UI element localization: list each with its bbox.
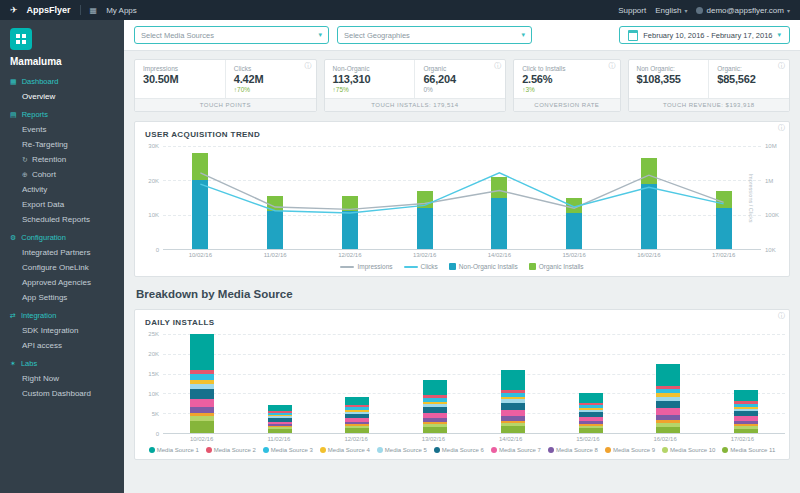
legend-item-media-source-3[interactable]: Media Source 3 xyxy=(263,447,313,453)
info-icon[interactable]: ⓘ xyxy=(778,311,785,321)
trend-chart: 30K20K10K0 10M1M100K10K Impressions / Cl… xyxy=(135,146,789,250)
sidebar-item-cohort[interactable]: ⊕Cohort xyxy=(0,167,124,182)
legend-item-organic-installs[interactable]: Organic Installs xyxy=(529,263,584,270)
bar-segment-media-source-6[interactable] xyxy=(190,389,214,399)
app-icon[interactable] xyxy=(10,28,32,50)
sidebar-item-right-now[interactable]: Right Now xyxy=(0,371,124,386)
my-apps-grid-icon: ▦ xyxy=(90,6,98,15)
bar-segment-media-source-11[interactable] xyxy=(268,429,292,433)
info-icon[interactable]: ⓘ xyxy=(494,61,501,71)
legend-item-impressions[interactable]: Impressions xyxy=(340,263,392,270)
sidebar-item-label: Scheduled Reports xyxy=(22,215,90,224)
bar-segment-media-source-7[interactable] xyxy=(656,408,680,415)
legend-swatch xyxy=(605,447,611,453)
x-axis-label: 11/02/16 xyxy=(238,252,313,258)
media-sources-select[interactable]: Select Media Sources ▾ xyxy=(134,26,329,44)
legend-swatch xyxy=(662,447,668,453)
y-axis-tick: 10K xyxy=(148,391,159,397)
info-icon[interactable]: ⓘ xyxy=(609,61,616,71)
legend-item-media-source-6[interactable]: Media Source 6 xyxy=(434,447,484,453)
sidebar-item-api-access[interactable]: API access xyxy=(0,338,124,353)
support-link[interactable]: Support xyxy=(618,6,646,15)
bar-segment-media-source-11[interactable] xyxy=(501,426,525,433)
info-icon[interactable]: ⓘ xyxy=(778,61,785,71)
filter-bar: Select Media Sources ▾ Select Geographie… xyxy=(124,20,800,51)
my-apps-link[interactable]: My Apps xyxy=(106,6,137,15)
bar-segment-media-source-11[interactable] xyxy=(190,421,214,433)
bar-segment-media-source-1[interactable] xyxy=(734,390,758,402)
kpi-metric-non-organic: Non Organic:$108,355 xyxy=(629,60,709,98)
sidebar-item-configure-onelink[interactable]: Configure OneLink xyxy=(0,260,124,275)
legend-item-media-source-9[interactable]: Media Source 9 xyxy=(605,447,655,453)
legend-item-clicks[interactable]: Clicks xyxy=(404,263,438,270)
info-icon[interactable]: ⓘ xyxy=(778,123,785,133)
sidebar-item-activity[interactable]: Activity xyxy=(0,182,124,197)
bar-segment-media-source-11[interactable] xyxy=(579,428,603,433)
sidebar-item-custom-dashboard[interactable]: Custom Dashboard xyxy=(0,386,124,401)
sidebar-section-reports[interactable]: ▤Reports xyxy=(0,104,124,122)
kpi-metric-change: ↑3% xyxy=(522,86,611,94)
bar-segment-media-source-1[interactable] xyxy=(501,370,525,390)
bar-segment-media-source-1[interactable] xyxy=(190,334,214,370)
legend-item-media-source-5[interactable]: Media Source 5 xyxy=(377,447,427,453)
x-axis-label: 10/02/16 xyxy=(163,436,240,442)
sidebar-item-app-settings[interactable]: App Settings xyxy=(0,290,124,305)
kpi-footer: TOUCH POINTS xyxy=(135,98,316,111)
legend-item-media-source-10[interactable]: Media Source 10 xyxy=(662,447,715,453)
app-name: Mamaluma xyxy=(10,56,114,67)
legend-item-media-source-7[interactable]: Media Source 7 xyxy=(491,447,541,453)
kpi-metric-clicks: Clicks4.42M↑70% xyxy=(225,60,316,98)
sidebar-item-sdk-integration[interactable]: SDK Integration xyxy=(0,323,124,338)
sidebar-section-integration[interactable]: ⇄Integration xyxy=(0,305,124,323)
sidebar-item-overview[interactable]: Overview xyxy=(0,89,124,104)
legend-item-non-organic-installs[interactable]: Non-Organic Installs xyxy=(449,263,518,270)
bar-segment-media-source-6[interactable] xyxy=(656,401,680,409)
bar-segment-media-source-11[interactable] xyxy=(734,429,758,433)
sidebar-item-approved-agencies[interactable]: Approved Agencies xyxy=(0,275,124,290)
bar-segment-media-source-7[interactable] xyxy=(190,399,214,407)
sidebar-item-scheduled-reports[interactable]: Scheduled Reports xyxy=(0,212,124,227)
legend-label: Media Source 3 xyxy=(271,447,313,453)
bar-segment-media-source-11[interactable] xyxy=(423,427,447,433)
sidebar-item-events[interactable]: Events xyxy=(0,122,124,137)
stacked-bar xyxy=(345,334,369,433)
bar-segment-media-source-11[interactable] xyxy=(656,427,680,433)
legend-item-media-source-8[interactable]: Media Source 8 xyxy=(548,447,598,453)
brand-name[interactable]: AppsFlyer xyxy=(27,5,71,15)
chevron-down-icon: ▾ xyxy=(787,7,790,14)
y-axis-tick: 10K xyxy=(765,247,776,253)
y-axis-tick: 5K xyxy=(152,411,159,417)
bar-segment-media-source-1[interactable] xyxy=(579,393,603,403)
language-menu[interactable]: English ▾ xyxy=(655,6,687,15)
legend-item-media-source-11[interactable]: Media Source 11 xyxy=(722,447,775,453)
info-icon[interactable]: ⓘ xyxy=(305,61,312,71)
sidebar-section-configuration[interactable]: ⚙Configuration xyxy=(0,227,124,245)
bar-segment-media-source-1[interactable] xyxy=(423,380,447,396)
bar-segment-media-source-6[interactable] xyxy=(501,403,525,410)
account-menu[interactable]: demo@appsflyer.com ▾ xyxy=(696,6,790,15)
stacked-bar xyxy=(656,334,680,433)
date-range-picker[interactable]: February 10, 2016 - February 17, 2016 ▾ xyxy=(619,26,790,44)
sidebar-section-labs[interactable]: ✶Labs xyxy=(0,353,124,371)
kpi-metrics: Non-Organic113,310↑75%Organic66,2040% xyxy=(325,60,506,98)
sidebar-item-integrated-partners[interactable]: Integrated Partners xyxy=(0,245,124,260)
sidebar-item-retention[interactable]: ↻Retention xyxy=(0,152,124,167)
legend-label: Clicks xyxy=(421,263,438,270)
bar-segment-media-source-1[interactable] xyxy=(345,397,369,405)
bar-segment-media-source-1[interactable] xyxy=(656,364,680,386)
kpi-metric-non-organic: Non-Organic113,310↑75% xyxy=(325,60,415,98)
bar-segment-media-source-11[interactable] xyxy=(345,428,369,433)
legend-label: Media Source 1 xyxy=(157,447,199,453)
sidebar-item-re-targeting[interactable]: Re-Targeting xyxy=(0,137,124,152)
kpi-metrics: Impressions30.50MClicks4.42M↑70% xyxy=(135,60,316,98)
legend-item-media-source-4[interactable]: Media Source 4 xyxy=(320,447,370,453)
sidebar-item-export-data[interactable]: Export Data xyxy=(0,197,124,212)
x-axis-label: 11/02/16 xyxy=(240,436,317,442)
legend-item-media-source-2[interactable]: Media Source 2 xyxy=(206,447,256,453)
legend-item-media-source-1[interactable]: Media Source 1 xyxy=(149,447,199,453)
x-axis-label: 16/02/16 xyxy=(612,252,687,258)
sidebar-item-label: Activity xyxy=(22,185,47,194)
geographies-select[interactable]: Select Geographies ▾ xyxy=(337,26,532,44)
sidebar-section-dashboard[interactable]: ▦Dashboard xyxy=(0,71,124,89)
dashboard-icon: ▦ xyxy=(10,78,17,86)
